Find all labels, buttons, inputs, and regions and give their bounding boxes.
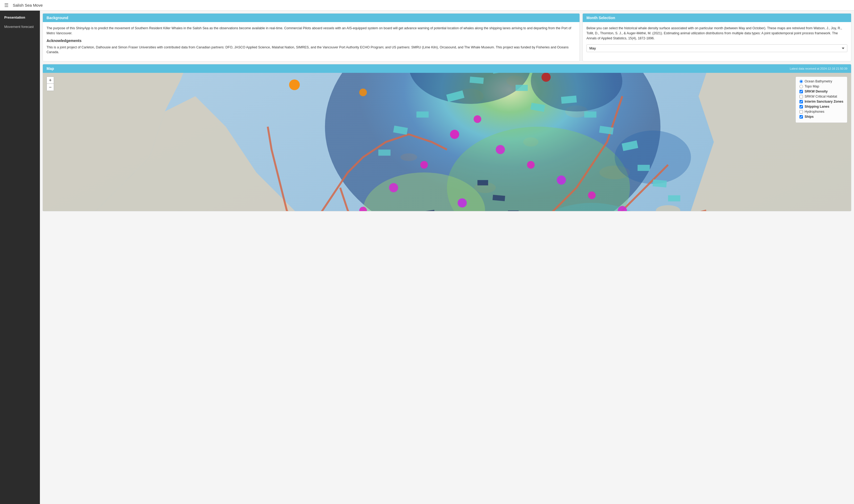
month-select[interactable]: May June July August September October: [586, 44, 847, 52]
svg-rect-53: [508, 211, 519, 211]
sidebar-item-presentation[interactable]: Presentation: [0, 13, 40, 22]
map-container: + − Ocean Bathymetry Topo Map SR: [43, 73, 851, 211]
legend-ocean-bathymetry[interactable]: Ocean Bathymetry: [799, 79, 843, 83]
background-text: The purpose of this ShinyApp is to predi…: [47, 26, 576, 36]
legend-interim-sanctuary-zones[interactable]: Interim Sanctuary Zones: [799, 100, 843, 103]
month-panel-header: Month Selection: [583, 14, 851, 22]
svg-rect-52: [493, 195, 505, 201]
acknowledgements-heading: Acknowledgements: [47, 38, 576, 43]
svg-point-60: [527, 161, 535, 169]
zoom-out-button[interactable]: −: [47, 84, 54, 91]
svg-point-58: [474, 115, 481, 123]
svg-point-19: [615, 130, 691, 184]
acknowledgements-text: This is a joint project of Carleton, Dal…: [47, 45, 576, 55]
sidebar-item-movement-forecast[interactable]: Movement forecast: [0, 22, 40, 31]
svg-point-57: [450, 130, 459, 139]
svg-rect-34: [653, 179, 667, 187]
srkw-density-label: SRKW Density: [804, 90, 828, 93]
svg-point-61: [557, 176, 566, 184]
svg-point-67: [420, 161, 428, 169]
background-panel-body: The purpose of this ShinyApp is to predi…: [43, 22, 580, 61]
main-layout: Presentation Movement forecast Backgroun…: [0, 11, 854, 504]
ocean-bathymetry-label: Ocean Bathymetry: [804, 79, 832, 83]
ocean-bathymetry-radio[interactable]: [799, 80, 803, 83]
month-panel-body: Below you can select the historical whal…: [583, 22, 851, 56]
svg-point-59: [496, 145, 505, 154]
legend-ships[interactable]: Ships: [799, 115, 843, 119]
map-legend: Ocean Bathymetry Topo Map SRKW Density S…: [796, 76, 847, 123]
svg-rect-51: [477, 180, 488, 185]
legend-srkw-critical-habitat[interactable]: SRKW Critical Habitat: [799, 95, 843, 98]
background-panel-header: Background: [43, 14, 580, 22]
month-panel: Month Selection Below you can select the…: [583, 13, 851, 61]
srkw-critical-habitat-label: SRKW Critical Habitat: [804, 95, 837, 98]
svg-point-82: [289, 79, 300, 90]
hydrophones-checkbox[interactable]: [799, 110, 803, 113]
legend-topo-map[interactable]: Topo Map: [799, 85, 843, 88]
shipping-lanes-checkbox[interactable]: [799, 105, 803, 108]
map-panel-title: Map: [47, 67, 54, 71]
hydrophones-label: Hydrophones: [804, 110, 824, 113]
svg-point-68: [389, 183, 398, 192]
legend-hydrophones[interactable]: Hydrophones: [799, 110, 843, 113]
sidebar: Presentation Movement forecast: [0, 11, 40, 504]
map-zoom-controls: + −: [47, 76, 54, 91]
ships-checkbox[interactable]: [799, 115, 803, 119]
map-timestamp: Latest data received at 2024-12-16 21:50…: [790, 67, 848, 70]
hamburger-icon[interactable]: ☰: [4, 2, 8, 8]
shipping-lanes-label: Shipping Lanes: [804, 105, 829, 108]
interim-sanctuary-zones-checkbox[interactable]: [799, 100, 803, 103]
map-panel-header: Map Latest data received at 2024-12-16 2…: [43, 64, 851, 73]
svg-point-83: [359, 89, 367, 96]
topo-map-label: Topo Map: [804, 85, 819, 88]
svg-rect-35: [668, 195, 680, 201]
srkw-density-checkbox[interactable]: [799, 90, 803, 93]
map-visualization: [43, 73, 851, 211]
month-description: Below you can select the historical whal…: [586, 26, 847, 41]
svg-rect-40: [378, 150, 390, 156]
svg-rect-29: [561, 96, 576, 104]
svg-rect-27: [516, 85, 528, 91]
svg-rect-33: [638, 165, 650, 171]
svg-rect-25: [470, 76, 484, 84]
svg-rect-38: [416, 111, 429, 118]
topo-map-radio[interactable]: [799, 85, 803, 88]
map-panel: Map Latest data received at 2024-12-16 2…: [42, 64, 851, 211]
legend-shipping-lanes[interactable]: Shipping Lanes: [799, 105, 843, 108]
zoom-in-button[interactable]: +: [47, 77, 54, 84]
srkw-critical-habitat-checkbox[interactable]: [799, 95, 803, 98]
top-navigation: ☰ Salish Sea Move: [0, 0, 854, 11]
app-title: Salish Sea Move: [13, 3, 43, 7]
svg-rect-30: [584, 111, 597, 118]
interim-sanctuary-zones-label: Interim Sanctuary Zones: [804, 100, 843, 103]
content-area: Background The purpose of this ShinyApp …: [40, 11, 854, 504]
background-panel: Background The purpose of this ShinyApp …: [42, 13, 580, 61]
svg-point-62: [588, 192, 596, 199]
ships-label: Ships: [804, 115, 814, 119]
svg-point-78: [458, 198, 467, 208]
top-row: Background The purpose of this ShinyApp …: [42, 13, 851, 61]
legend-srkw-density[interactable]: SRKW Density: [799, 90, 843, 93]
svg-point-84: [541, 73, 551, 82]
